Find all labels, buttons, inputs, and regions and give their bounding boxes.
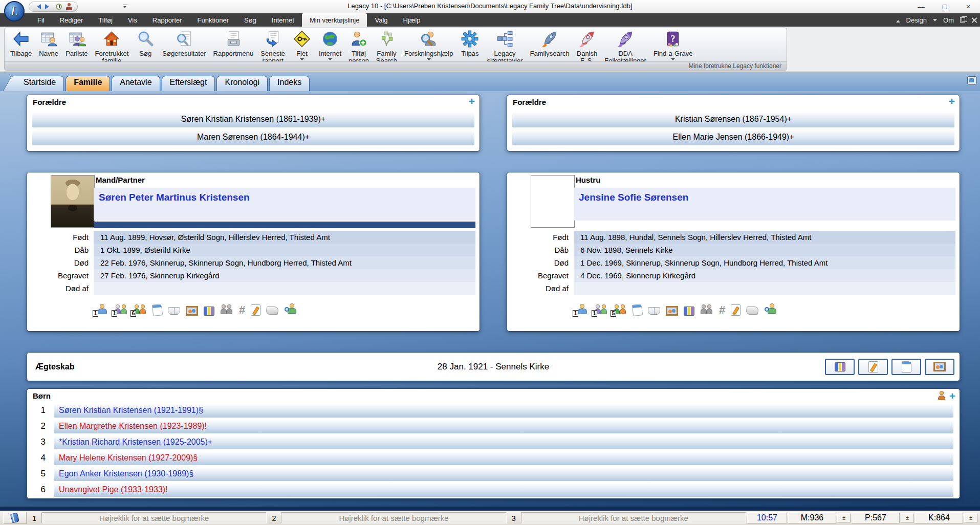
mother-row[interactable]: Ellen Marie Jensen (1866-1949)+: [512, 128, 954, 145]
menu-sog[interactable]: Søg: [236, 13, 264, 27]
child-name[interactable]: Unavngivet Pige (1933-1933)!: [54, 482, 953, 497]
restore-window-icon[interactable]: [960, 17, 965, 23]
menu-rediger[interactable]: Rediger: [52, 13, 91, 27]
tab-efterslaegt[interactable]: Efterslægt: [162, 76, 215, 91]
bookmark-slot-3[interactable]: Højreklik for at sætte bogmærke: [521, 512, 746, 523]
research-guidance-icon[interactable]: [284, 303, 297, 316]
hashtag-icon[interactable]: #: [719, 304, 725, 316]
bookmark-slot-2[interactable]: Højreklik for at sætte bogmærke: [281, 512, 506, 523]
wife-name[interactable]: Jensine Sofie Sørensen: [574, 188, 955, 203]
marriage-sources-button[interactable]: [825, 359, 855, 375]
person-icon[interactable]: [66, 3, 72, 10]
mother-row[interactable]: Maren Sørensen (1864-1944)+: [32, 128, 474, 145]
design-menu[interactable]: Design: [906, 16, 927, 24]
husband-photo[interactable]: [51, 175, 95, 228]
menu-hjaelp[interactable]: Hjælp: [396, 13, 428, 27]
tab-anetavle[interactable]: Anetavle: [112, 76, 160, 91]
child-name[interactable]: Mary Helene Kristensen (1927-2009)§: [54, 450, 953, 465]
tagged-group-icon[interactable]: [700, 303, 713, 316]
pictures-icon[interactable]: [666, 306, 678, 316]
quick-access-dropdown-icon[interactable]: [123, 5, 127, 9]
father-row[interactable]: Søren Kristian Kristensen (1861-1939)+: [32, 111, 474, 127]
bookmark-button[interactable]: [3, 512, 27, 524]
minimize-button[interactable]: —: [909, 0, 933, 13]
bookmark-slot-1[interactable]: Højreklik for at sætte bogmærke: [41, 512, 267, 523]
parents-icon[interactable]: 1: [115, 303, 128, 316]
menu-fil[interactable]: Fil: [30, 13, 52, 27]
dda-census-button[interactable]: DDA Folketællinger: [601, 30, 650, 65]
customize-button[interactable]: Tilpas: [456, 30, 483, 58]
panel-toggle-icon[interactable]: [967, 76, 977, 85]
menu-tilfoj[interactable]: Tilføj: [91, 13, 120, 27]
find-a-grave-button[interactable]: ? Find-a-Grave: [650, 30, 696, 63]
pictures-icon[interactable]: [186, 306, 198, 316]
search-results-button[interactable]: Søgeresultater: [159, 30, 209, 58]
back-icon[interactable]: [34, 4, 41, 9]
add-parents-icon[interactable]: +: [469, 96, 475, 106]
spouses-icon[interactable]: 1: [96, 303, 109, 316]
names-button[interactable]: Navne: [35, 30, 62, 58]
notes-icon[interactable]: [152, 304, 163, 316]
menu-vis[interactable]: Vis: [120, 13, 145, 27]
maximize-button[interactable]: □: [933, 0, 956, 13]
child-settings-icon[interactable]: [937, 391, 946, 401]
research-guidance-icon[interactable]: [764, 303, 777, 316]
clock-icon[interactable]: [56, 4, 62, 10]
marriage-notes-button[interactable]: [858, 359, 888, 375]
favorite-family-button[interactable]: Foretrukket familie: [92, 30, 133, 65]
close-window-icon[interactable]: [971, 17, 977, 23]
todo-icon[interactable]: [731, 304, 741, 316]
adjust-marriage-count-button[interactable]: ±: [837, 513, 851, 522]
wife-photo[interactable]: [531, 175, 575, 228]
danish-fs-button[interactable]: Danish F. S.: [573, 30, 601, 65]
internet-button[interactable]: Internet: [315, 30, 345, 63]
add-parents-icon[interactable]: +: [949, 96, 955, 106]
sources-icon[interactable]: [684, 307, 694, 316]
menu-rapporter[interactable]: Rapporter: [145, 13, 190, 27]
stories-scroll-icon[interactable]: [746, 307, 759, 315]
close-button[interactable]: ×: [956, 0, 980, 13]
child-name[interactable]: Søren Kristian Kristensen (1921-1991)§: [54, 403, 953, 418]
events-book-icon[interactable]: [648, 307, 660, 315]
children-icon[interactable]: 6: [134, 303, 147, 316]
wife-name-strip[interactable]: Jensine Sofie Sørensen: [574, 188, 955, 221]
menu-internet[interactable]: Internet: [264, 13, 302, 27]
forward-icon[interactable]: [45, 4, 52, 9]
child-name[interactable]: Ellen Margrethe Kristensen (1923-1989)!: [54, 419, 953, 433]
adjust-source-count-button[interactable]: ±: [964, 513, 977, 522]
search-button[interactable]: Søg: [132, 30, 159, 58]
couple-list-button[interactable]: Parliste: [62, 30, 91, 58]
adjust-person-count-button[interactable]: ±: [901, 513, 914, 522]
hashtag-icon[interactable]: #: [239, 304, 245, 316]
child-name[interactable]: *Kristian Richard Kristensen (1925-2005)…: [54, 434, 953, 449]
tab-indeks[interactable]: Indeks: [269, 76, 310, 91]
tab-familie[interactable]: Familie: [66, 76, 110, 91]
design-dropdown-icon[interactable]: [933, 19, 937, 24]
marriage-value[interactable]: 28 Jan. 1921 - Sennels Kirke: [27, 353, 960, 381]
menu-min-vaerktojslinje[interactable]: Min værktøjslinje: [302, 13, 367, 27]
stories-scroll-icon[interactable]: [266, 307, 279, 315]
collapse-ribbon-icon[interactable]: [896, 18, 900, 23]
om-menu[interactable]: Om: [943, 16, 954, 24]
research-help-button[interactable]: Forskningshjælp: [401, 30, 456, 63]
tagged-group-icon[interactable]: [220, 303, 233, 316]
marriage-pictures-button[interactable]: [925, 359, 954, 375]
notes-icon[interactable]: [632, 304, 643, 316]
add-child-icon[interactable]: +: [949, 390, 955, 401]
report-menu-button[interactable]: Rapportmenu: [210, 30, 257, 58]
husband-name-strip[interactable]: Søren Peter Martinus Kristensen: [94, 188, 475, 221]
parents-icon[interactable]: 1: [595, 303, 608, 316]
menu-funktioner[interactable]: Funktioner: [190, 13, 236, 27]
merge-button[interactable]: Flet: [289, 30, 315, 63]
familysearch-rocket-button[interactable]: Familysearch: [527, 30, 573, 58]
family-search-button[interactable]: Family Search: [373, 30, 401, 65]
spouses-icon[interactable]: 1: [576, 303, 589, 316]
tab-startside[interactable]: Startside: [15, 76, 64, 91]
menu-valg[interactable]: Valg: [367, 13, 395, 27]
children-icon[interactable]: 5: [614, 303, 627, 316]
child-name[interactable]: Egon Anker Kristensen (1930-1989)§: [54, 466, 953, 481]
todo-icon[interactable]: [251, 304, 260, 316]
sources-icon[interactable]: [204, 307, 214, 316]
legacy-charts-button[interactable]: Legacy slægtstavler: [483, 30, 526, 65]
husband-name[interactable]: Søren Peter Martinus Kristensen: [94, 188, 475, 203]
